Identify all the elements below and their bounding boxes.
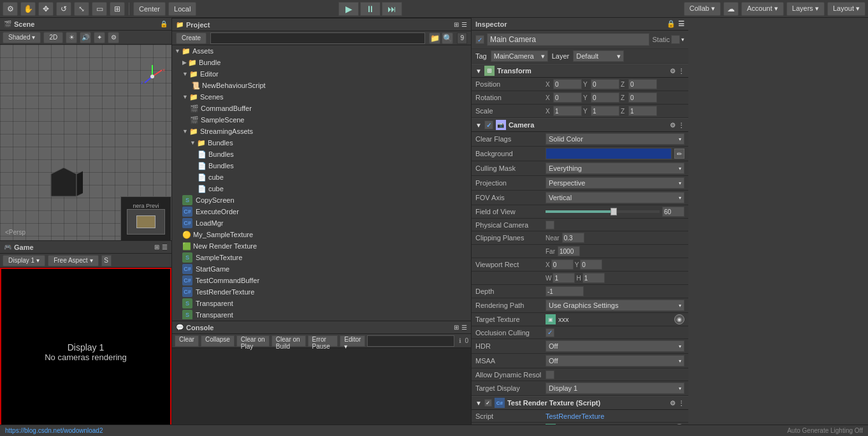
near-input[interactable] bbox=[562, 233, 584, 243]
camera-enabled-checkbox[interactable] bbox=[484, 120, 493, 129]
target-texture-select-btn[interactable]: ◉ bbox=[674, 314, 684, 324]
script-section-header[interactable]: ▼ ✓ C# Test Render Texture (Script) ⚙ ⋮ bbox=[472, 396, 688, 410]
far-input[interactable] bbox=[558, 246, 580, 256]
rot-x-input[interactable] bbox=[553, 92, 582, 103]
transform-tool[interactable]: ⊞ bbox=[110, 2, 125, 16]
tree-samplescene[interactable]: 🎬 SampleScene bbox=[172, 114, 471, 126]
move-tool[interactable]: ✥ bbox=[38, 2, 54, 16]
rot-z-input[interactable] bbox=[628, 92, 657, 103]
inspector-menu-icon[interactable]: ☰ bbox=[678, 20, 684, 28]
tree-assets[interactable]: ▼ 📁 Assets bbox=[172, 45, 471, 57]
vp-h-input[interactable] bbox=[582, 273, 605, 283]
audio-btn[interactable]: 🔊 bbox=[80, 32, 91, 43]
camera-section-header[interactable]: ▼ 📷 Camera ⚙ ⋮ bbox=[472, 118, 688, 132]
vp-w-input[interactable] bbox=[553, 273, 575, 283]
hdr-dropdown[interactable]: Off ▾ bbox=[546, 340, 684, 352]
tree-startgame[interactable]: C# StartGame bbox=[172, 263, 471, 275]
layout-btn[interactable]: Layout ▾ bbox=[827, 2, 865, 16]
static-checkbox[interactable] bbox=[671, 35, 680, 44]
console-menu-icon[interactable]: ☰ bbox=[461, 324, 467, 331]
transform-dots-icon[interactable]: ⋮ bbox=[678, 68, 684, 75]
project-folder-icon-btn[interactable]: 📁 bbox=[429, 33, 440, 44]
clear-on-build-btn[interactable]: Clear on Build bbox=[271, 335, 306, 347]
tree-sample-texture[interactable]: S SampleTexture bbox=[172, 252, 471, 263]
editor-btn[interactable]: Editor ▾ bbox=[340, 335, 365, 347]
camera-dots-icon[interactable]: ⋮ bbox=[678, 122, 684, 129]
tree-my-sample-texture[interactable]: 🟡 My_SampleTexture bbox=[172, 229, 471, 240]
fov-axis-dropdown[interactable]: Vertical ▾ bbox=[546, 192, 684, 203]
layer-dropdown[interactable]: Default ▾ bbox=[573, 50, 624, 62]
console-search-input[interactable] bbox=[367, 335, 454, 347]
scene-settings-btn[interactable]: ⚙ bbox=[108, 32, 119, 43]
shaded-btn[interactable]: Shaded ▾ bbox=[3, 32, 41, 43]
tree-commandbuffer-scene[interactable]: 🎬 CommandBuffer bbox=[172, 103, 471, 114]
rect-tool[interactable]: ▭ bbox=[92, 2, 107, 16]
clear-flags-dropdown[interactable]: Solid Color ▾ bbox=[546, 133, 684, 145]
pause-btn[interactable]: ⏸ bbox=[360, 2, 380, 16]
tree-cube1[interactable]: 📄 cube bbox=[172, 171, 471, 183]
tree-streaming[interactable]: ▼ 📁 StreamingAssets bbox=[172, 126, 471, 137]
script-dots-icon[interactable]: ⋮ bbox=[678, 400, 684, 407]
rotate-tool[interactable]: ↺ bbox=[56, 2, 71, 16]
cloud-btn[interactable]: ☁ bbox=[723, 2, 739, 16]
tree-scenes[interactable]: ▼ 📁 Scenes bbox=[172, 91, 471, 103]
tree-testcommandbuffer[interactable]: C# TestCommandBuffer bbox=[172, 275, 471, 286]
script-toggle-checkbox[interactable]: ✓ bbox=[484, 399, 492, 407]
account-btn[interactable]: Account ▾ bbox=[741, 2, 784, 16]
vp-x-input[interactable] bbox=[551, 259, 574, 270]
game-menu-icon[interactable]: ☰ bbox=[162, 243, 168, 251]
tree-testrendertexture[interactable]: C# TestRenderTexture bbox=[172, 286, 471, 298]
game-maximize-icon[interactable]: ⊞ bbox=[154, 243, 159, 251]
project-create-btn[interactable]: Create bbox=[176, 33, 206, 44]
tree-transparent2[interactable]: S Transparent bbox=[172, 309, 471, 319]
tree-editor[interactable]: ▼ 📁 Editor bbox=[172, 68, 471, 80]
light-btn[interactable]: ☀ bbox=[66, 32, 77, 43]
tree-new-render-texture[interactable]: 🟩 New Render Texture bbox=[172, 240, 471, 252]
project-search-icon-btn[interactable]: 🔍 bbox=[442, 33, 453, 44]
script-settings-icon[interactable]: ⚙ bbox=[670, 400, 676, 407]
collab-btn[interactable]: Collab ▾ bbox=[684, 2, 721, 16]
fov-value-input[interactable] bbox=[662, 207, 684, 217]
tree-bundles1[interactable]: 📄 Bundles bbox=[172, 149, 471, 160]
next-btn[interactable]: ⏭ bbox=[382, 2, 402, 16]
fx-btn[interactable]: ✦ bbox=[94, 32, 105, 43]
vp-y-input[interactable] bbox=[580, 259, 602, 270]
scale-tool[interactable]: ⤡ bbox=[74, 2, 89, 16]
transform-settings-icon[interactable]: ⚙ bbox=[670, 68, 676, 75]
background-color-swatch[interactable] bbox=[546, 148, 672, 159]
tree-bundle[interactable]: ▶ 📁 Bundle bbox=[172, 57, 471, 68]
physical-camera-checkbox[interactable] bbox=[546, 221, 554, 229]
object-name-input[interactable] bbox=[487, 33, 649, 46]
scale-y-input[interactable] bbox=[591, 106, 619, 116]
transform-section-header[interactable]: ▼ ⊞ Transform ⚙ ⋮ bbox=[472, 64, 688, 78]
scene-lock-icon[interactable]: 🔒 bbox=[160, 20, 168, 27]
background-eyedropper-icon[interactable]: ✏ bbox=[674, 149, 684, 159]
allow-dynamic-checkbox[interactable] bbox=[546, 370, 554, 379]
unity-logo-btn[interactable]: ⚙ bbox=[3, 2, 18, 16]
projection-dropdown[interactable]: Perspective ▾ bbox=[546, 177, 684, 189]
play-btn[interactable]: ▶ bbox=[338, 2, 359, 16]
tree-copyscreen[interactable]: S CopyScreen bbox=[172, 194, 471, 206]
tree-transparent1[interactable]: S Transparent bbox=[172, 298, 471, 309]
local-btn[interactable]: Local bbox=[168, 2, 196, 16]
tree-executeorder[interactable]: C# ExecuteOrder bbox=[172, 206, 471, 217]
pos-x-input[interactable] bbox=[553, 79, 582, 89]
tree-bundles-parent[interactable]: ▼ 📁 Bundles bbox=[172, 137, 471, 149]
clear-btn[interactable]: Clear bbox=[175, 335, 199, 347]
hand-tool[interactable]: ✋ bbox=[20, 2, 36, 16]
pos-z-input[interactable] bbox=[628, 79, 657, 89]
target-display-dropdown[interactable]: Display 1 ▾ bbox=[546, 382, 684, 394]
depth-input[interactable] bbox=[546, 286, 584, 296]
console-area[interactable] bbox=[172, 348, 471, 436]
tree-cube2[interactable]: 📄 cube bbox=[172, 183, 471, 194]
clear-on-play-btn[interactable]: Clear on Play bbox=[236, 335, 270, 347]
collapse-btn[interactable]: Collapse bbox=[201, 335, 235, 347]
rot-y-input[interactable] bbox=[591, 92, 619, 103]
layers-btn[interactable]: Layers ▾ bbox=[786, 2, 825, 16]
tree-bundles2[interactable]: 📄 Bundles bbox=[172, 160, 471, 171]
fov-slider-thumb[interactable] bbox=[611, 208, 617, 215]
fov-slider-track[interactable] bbox=[546, 210, 660, 213]
object-active-checkbox[interactable] bbox=[475, 35, 484, 44]
culling-mask-dropdown[interactable]: Everything ▾ bbox=[546, 163, 684, 174]
pos-y-input[interactable] bbox=[591, 79, 619, 89]
